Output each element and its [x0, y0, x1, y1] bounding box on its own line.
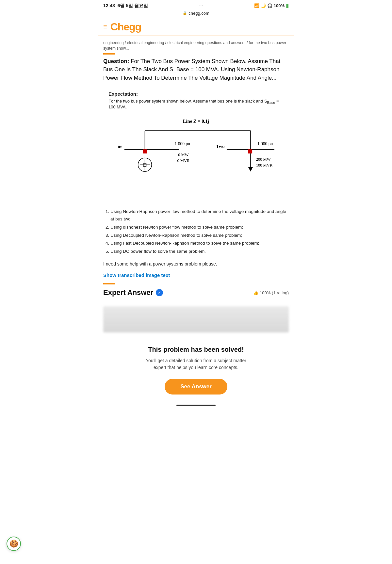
svg-text:1.000 pu: 1.000 pu [257, 141, 273, 146]
lock-icon: 🔒 [183, 11, 187, 15]
svg-text:⊟: ⊟ [143, 162, 147, 167]
svg-text:Two: Two [216, 144, 225, 149]
expert-answer-accent-bar [103, 283, 115, 284]
svg-rect-16 [248, 149, 253, 153]
expert-answer-left: Expert Answer ✓ [103, 288, 163, 297]
expectation-title: Expectation: [108, 91, 284, 97]
chegg-logo[interactable]: Chegg [110, 21, 141, 33]
headphone-icon: 🎧 [267, 3, 272, 8]
rating-text: 👍 100% (1 rating) [253, 290, 289, 295]
home-indicator [98, 401, 294, 411]
svg-text:Line Z = 0.1j: Line Z = 0.1j [183, 119, 209, 124]
thumbs-up-icon: 👍 [253, 290, 258, 295]
breadcrumb: engineering / electrical engineering / e… [98, 36, 294, 53]
divider [103, 301, 289, 301]
list-item: Using Newton-Raphson power flow method t… [110, 208, 289, 223]
moon-icon: 🌙 [261, 3, 266, 8]
list-item: Using dishonest Newton power flow method… [110, 224, 289, 231]
see-answer-button[interactable]: See Answer [165, 379, 227, 395]
question-label: Question: [103, 58, 129, 64]
svg-rect-5 [143, 149, 147, 153]
url-bar: 🔒 chegg.com [98, 10, 294, 18]
battery-text: 100% [274, 3, 285, 8]
bottom-overlay: This problem has been solved! You'll get… [98, 338, 294, 401]
status-indicators: 📶 🌙 🎧 100% ▮ [254, 3, 289, 9]
expectation-block: Expectation: For the two bus power syste… [103, 87, 289, 203]
expert-answer-row: Expert Answer ✓ 👍 100% (1 rating) [98, 286, 294, 301]
status-time: 12:48 6월 5일 월요일 [103, 3, 148, 9]
svg-text:0 MVR: 0 MVR [177, 158, 190, 163]
svg-marker-19 [248, 167, 253, 171]
accent-bar [103, 53, 115, 55]
numbered-list: Using Newton-Raphson power flow method t… [98, 208, 294, 262]
chegg-header: ≡ Chegg [98, 18, 294, 36]
svg-text:100 MVR: 100 MVR [256, 163, 273, 167]
status-dots: ··· [199, 3, 203, 8]
svg-text:200 MW: 200 MW [256, 157, 271, 161]
circuit-svg: Line Z = 0.1j One ⊟ 1.000 pu 0 MW 0 MVR [118, 115, 274, 194]
question-block: Question: For The Two Bus Power System S… [98, 57, 294, 88]
help-text: I need some help with a power systems pr… [98, 261, 294, 270]
list-item: Using DC power flow to solve the same pr… [110, 248, 289, 255]
circuit-diagram: Line Z = 0.1j One ⊟ 1.000 pu 0 MW 0 MVR [108, 115, 284, 194]
wifi-icon: 📶 [254, 3, 259, 8]
url-text: chegg.com [188, 11, 209, 16]
question-text: For The Two Bus Power System Shown Below… [103, 58, 280, 81]
hamburger-menu[interactable]: ≡ [103, 23, 107, 31]
status-bar: 12:48 6월 5일 월요일 ··· 📶 🌙 🎧 100% ▮ [98, 0, 294, 10]
solved-description: You'll get a detailed solution from a su… [103, 357, 289, 371]
svg-text:One: One [118, 144, 122, 149]
list-item: Using Decoupled Newton-Raphson method to… [110, 232, 289, 239]
battery-icon: ▮ [286, 3, 289, 9]
home-bar [176, 405, 216, 406]
show-transcribed-button[interactable]: Show transcribed image text [98, 270, 294, 283]
svg-text:1.000 pu: 1.000 pu [175, 141, 190, 146]
blurred-answer-area [103, 306, 289, 332]
svg-text:0 MW: 0 MW [178, 153, 189, 157]
list-item: Using Fast Decoupled Newton-Raphson meth… [110, 240, 289, 247]
rating-value: 100% (1 rating) [260, 290, 289, 295]
expert-answer-title: Expert Answer [103, 288, 153, 297]
verified-badge: ✓ [156, 289, 163, 296]
expectation-text: For the two bus power system shown below… [108, 99, 284, 109]
solved-title: This problem has been solved! [103, 346, 289, 353]
